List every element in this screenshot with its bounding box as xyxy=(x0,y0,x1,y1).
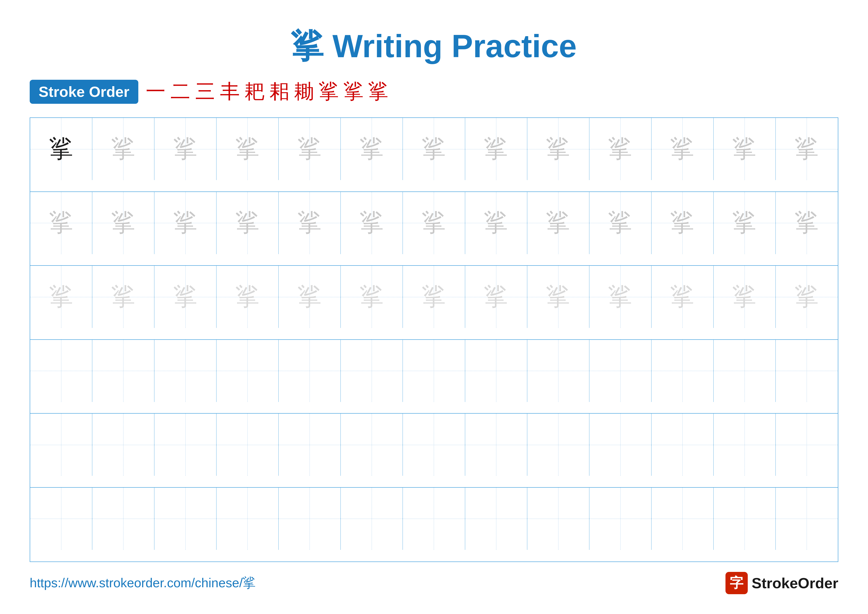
cell-2-13: 挲 xyxy=(776,192,838,254)
cell-5-8[interactable] xyxy=(465,413,527,476)
footer-url: https://www.strokeorder.com/chinese/挲 xyxy=(30,574,256,592)
cell-5-9[interactable] xyxy=(527,413,589,476)
stroke-9: 挲 xyxy=(344,78,363,105)
stroke-2: 二 xyxy=(170,78,190,105)
stroke-3: 三 xyxy=(195,78,215,105)
cell-1-3: 挲 xyxy=(154,118,217,180)
cell-1-9: 挲 xyxy=(527,118,589,180)
cell-5-6[interactable] xyxy=(341,413,403,476)
cell-3-3: 挲 xyxy=(154,266,217,328)
cell-6-13[interactable] xyxy=(776,488,838,550)
cell-1-13: 挲 xyxy=(776,118,838,180)
cell-4-3[interactable] xyxy=(154,340,217,402)
cell-3-8: 挲 xyxy=(465,266,527,328)
cell-2-2: 挲 xyxy=(92,192,154,254)
cell-4-10[interactable] xyxy=(589,340,651,402)
cell-6-4[interactable] xyxy=(217,488,279,550)
cell-1-11: 挲 xyxy=(651,118,714,180)
cell-2-3: 挲 xyxy=(154,192,217,254)
stroke-order-badge: Stroke Order xyxy=(30,80,138,104)
cell-5-13[interactable] xyxy=(776,413,838,476)
cell-2-12: 挲 xyxy=(714,192,776,254)
stroke-6: 耜 xyxy=(270,78,289,105)
cell-4-11[interactable] xyxy=(651,340,714,402)
cell-4-5[interactable] xyxy=(279,340,341,402)
cell-4-6[interactable] xyxy=(341,340,403,402)
cell-6-7[interactable] xyxy=(403,488,465,550)
cell-2-4: 挲 xyxy=(217,192,279,254)
cell-1-8: 挲 xyxy=(465,118,527,180)
cell-3-1: 挲 xyxy=(30,266,92,328)
page-title: 挲 Writing Practice xyxy=(291,25,577,68)
cell-1-5: 挲 xyxy=(279,118,341,180)
grid-row-6 xyxy=(30,488,838,562)
cell-5-2[interactable] xyxy=(92,413,154,476)
cell-5-10[interactable] xyxy=(589,413,651,476)
cell-1-12: 挲 xyxy=(714,118,776,180)
cell-6-12[interactable] xyxy=(714,488,776,550)
cell-2-9: 挲 xyxy=(527,192,589,254)
cell-3-13: 挲 xyxy=(776,266,838,328)
cell-2-6: 挲 xyxy=(341,192,403,254)
grid-row-3: 挲 挲 挲 挲 挲 挲 挲 挲 挲 挲 挲 挲 挲 xyxy=(30,266,838,340)
cell-6-5[interactable] xyxy=(279,488,341,550)
cell-5-4[interactable] xyxy=(217,413,279,476)
footer: https://www.strokeorder.com/chinese/挲 字 … xyxy=(30,572,838,594)
cell-2-5: 挲 xyxy=(279,192,341,254)
cell-5-12[interactable] xyxy=(714,413,776,476)
cell-4-1[interactable] xyxy=(30,340,92,402)
stroke-order-row: Stroke Order 一 二 三 丰 耙 耜 耡 挲 挲 挲 xyxy=(30,78,838,105)
cell-4-4[interactable] xyxy=(217,340,279,402)
cell-6-11[interactable] xyxy=(651,488,714,550)
stroke-1: 一 xyxy=(146,78,166,105)
cell-1-2: 挲 xyxy=(92,118,154,180)
stroke-5: 耙 xyxy=(245,78,265,105)
stroke-8: 挲 xyxy=(319,78,339,105)
cell-6-6[interactable] xyxy=(341,488,403,550)
grid-row-2: 挲 挲 挲 挲 挲 挲 挲 挲 挲 挲 挲 挲 挲 xyxy=(30,192,838,266)
logo-text: StrokeOrder xyxy=(752,575,838,592)
stroke-4: 丰 xyxy=(220,78,240,105)
cell-1-10: 挲 xyxy=(589,118,651,180)
cell-1-4: 挲 xyxy=(217,118,279,180)
cell-5-1[interactable] xyxy=(30,413,92,476)
cell-2-11: 挲 xyxy=(651,192,714,254)
cell-3-9: 挲 xyxy=(527,266,589,328)
cell-3-11: 挲 xyxy=(651,266,714,328)
cell-3-4: 挲 xyxy=(217,266,279,328)
cell-1-1: 挲 xyxy=(30,118,92,180)
logo-char: 字 xyxy=(730,574,743,592)
cell-3-2: 挲 xyxy=(92,266,154,328)
cell-4-7[interactable] xyxy=(403,340,465,402)
cell-4-12[interactable] xyxy=(714,340,776,402)
title-text: 挲 Writing Practice xyxy=(291,28,577,64)
stroke-7: 耡 xyxy=(294,78,314,105)
char-medium: 挲 xyxy=(112,133,135,165)
cell-6-1[interactable] xyxy=(30,488,92,550)
char-dark: 挲 xyxy=(50,133,73,165)
cell-2-7: 挲 xyxy=(403,192,465,254)
writing-grid: 挲 挲 挲 挲 挲 挲 挲 挲 挲 挲 挲 挲 挲 挲 挲 挲 挲 挲 挲 挲 … xyxy=(30,117,838,562)
cell-4-9[interactable] xyxy=(527,340,589,402)
cell-5-7[interactable] xyxy=(403,413,465,476)
grid-row-1: 挲 挲 挲 挲 挲 挲 挲 挲 挲 挲 挲 挲 挲 xyxy=(30,118,838,192)
cell-6-8[interactable] xyxy=(465,488,527,550)
cell-3-7: 挲 xyxy=(403,266,465,328)
cell-3-12: 挲 xyxy=(714,266,776,328)
cell-6-10[interactable] xyxy=(589,488,651,550)
footer-logo: 字 StrokeOrder xyxy=(725,572,838,594)
cell-5-3[interactable] xyxy=(154,413,217,476)
cell-5-5[interactable] xyxy=(279,413,341,476)
cell-4-13[interactable] xyxy=(776,340,838,402)
cell-2-10: 挲 xyxy=(589,192,651,254)
cell-6-2[interactable] xyxy=(92,488,154,550)
cell-5-11[interactable] xyxy=(651,413,714,476)
cell-6-9[interactable] xyxy=(527,488,589,550)
cell-3-5: 挲 xyxy=(279,266,341,328)
logo-icon: 字 xyxy=(725,572,748,594)
cell-6-3[interactable] xyxy=(154,488,217,550)
stroke-10: 挲 xyxy=(369,78,388,105)
cell-4-2[interactable] xyxy=(92,340,154,402)
cell-4-8[interactable] xyxy=(465,340,527,402)
page: 挲 Writing Practice Stroke Order 一 二 三 丰 … xyxy=(0,0,868,614)
